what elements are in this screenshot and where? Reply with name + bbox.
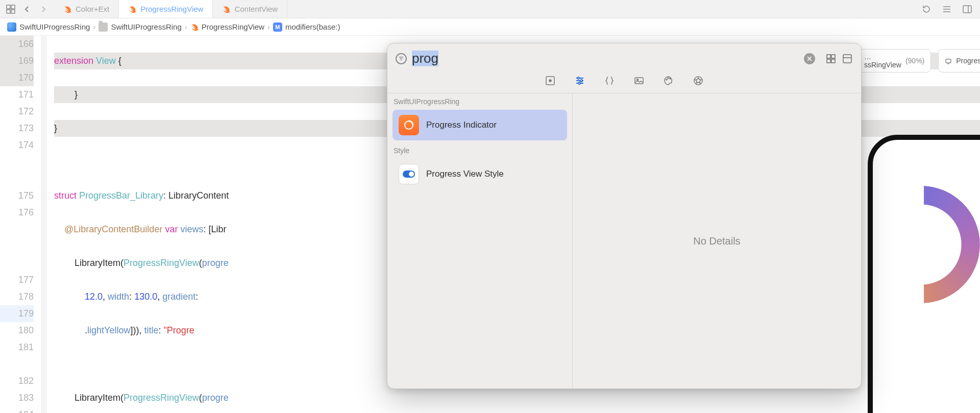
crumb-folder[interactable]: SwiftUIProgressRing	[99, 22, 181, 32]
adjust-editor-icon[interactable]	[941, 4, 952, 15]
split-editor-icon[interactable]	[962, 4, 973, 15]
modifiers-category-icon[interactable]	[574, 75, 586, 87]
tab-label: ProgressRingView	[140, 5, 203, 13]
svg-rect-21	[635, 78, 643, 84]
library-category-bar	[387, 71, 861, 93]
tab-bar: Color+Ext ProgressRingView ContentView	[0, 0, 980, 18]
list-view-icon[interactable]	[842, 53, 853, 64]
media-category-icon[interactable]	[633, 75, 645, 87]
svg-rect-2	[7, 10, 10, 13]
preview-tab-1[interactable]: …ssRingView (90%)	[857, 49, 931, 72]
style-icon	[399, 164, 419, 184]
canvas-preview: …ssRingView (90%) Progres	[852, 49, 980, 406]
breadcrumb: SwiftUIProgressRing › SwiftUIProgressRin…	[0, 18, 980, 36]
preview-tab-2[interactable]: Progres	[938, 49, 980, 72]
colors-category-icon[interactable]	[663, 75, 675, 87]
clear-search-icon[interactable]: ✕	[804, 53, 815, 64]
library-results-list[interactable]: SwiftUIProgressRing Progress Indicator S…	[387, 93, 572, 388]
tab-color-ext[interactable]: Color+Ext	[54, 0, 119, 18]
svg-rect-3	[11, 10, 15, 13]
svg-point-24	[668, 78, 669, 79]
library-view-toggle	[820, 53, 853, 64]
svg-rect-4	[963, 6, 971, 13]
svg-rect-1	[11, 5, 15, 9]
chevron-right-icon: ›	[184, 22, 188, 31]
tabbar-left-tools	[0, 0, 54, 18]
app-icon	[7, 22, 16, 32]
svg-point-22	[637, 79, 639, 81]
tab-progress-ring-view[interactable]: ProgressRingView	[119, 0, 213, 18]
library-section-header: SwiftUIProgressRing	[387, 93, 572, 108]
svg-point-25	[670, 78, 671, 79]
grid-view-icon[interactable]	[825, 53, 837, 64]
library-item-progress-indicator[interactable]: Progress Indicator	[393, 110, 567, 140]
svg-point-16	[577, 77, 579, 79]
svg-point-18	[580, 80, 582, 82]
library-popover: ✕ SwiftUIProgressRing Progress Indicator	[387, 43, 862, 389]
refresh-icon[interactable]	[921, 4, 932, 15]
chevron-right-icon: ›	[266, 22, 271, 31]
library-item-progress-view-style[interactable]: Progress View Style	[393, 159, 567, 189]
svg-point-14	[549, 80, 551, 82]
nav-forward-icon[interactable]	[38, 4, 49, 15]
tabbar-right-tools	[914, 0, 980, 18]
svg-rect-10	[831, 59, 835, 63]
svg-rect-8	[831, 55, 835, 58]
svg-rect-11	[843, 55, 851, 63]
method-badge-icon: M	[273, 22, 282, 32]
library-section-header: Style	[387, 142, 572, 157]
svg-rect-0	[7, 5, 10, 9]
svg-point-20	[578, 82, 580, 84]
views-category-icon[interactable]	[544, 75, 556, 87]
svg-rect-9	[827, 59, 830, 63]
navigator-grid-icon[interactable]	[5, 4, 16, 15]
crumb-project[interactable]: SwiftUIProgressRing	[7, 22, 90, 32]
svg-rect-7	[827, 55, 830, 58]
svg-point-23	[666, 79, 667, 80]
library-search-input[interactable]	[412, 51, 799, 66]
svg-point-29	[409, 172, 414, 177]
device-icon	[945, 57, 952, 64]
crumb-symbol[interactable]: M modifiers(base:)	[273, 22, 340, 32]
nav-back-icon[interactable]	[21, 4, 33, 15]
chevron-right-icon: ›	[92, 22, 96, 31]
svg-rect-6	[946, 59, 951, 63]
fold-ribbon[interactable]	[41, 36, 47, 413]
tab-label: Color+Ext	[76, 5, 109, 13]
sf-symbols-category-icon[interactable]	[692, 75, 704, 87]
folder-icon	[99, 22, 108, 32]
library-detail-pane: No Details	[572, 93, 861, 388]
modifier-icon	[399, 115, 419, 135]
tab-label: ContentView	[234, 5, 278, 13]
crumb-file[interactable]: ProgressRingView	[190, 22, 264, 31]
tab-content-view[interactable]: ContentView	[213, 0, 287, 18]
snippets-category-icon[interactable]	[603, 75, 616, 87]
line-number-gutter: 166 169 170 171 172 173 174 175 176 177 …	[0, 36, 41, 413]
filter-icon[interactable]	[396, 53, 407, 64]
